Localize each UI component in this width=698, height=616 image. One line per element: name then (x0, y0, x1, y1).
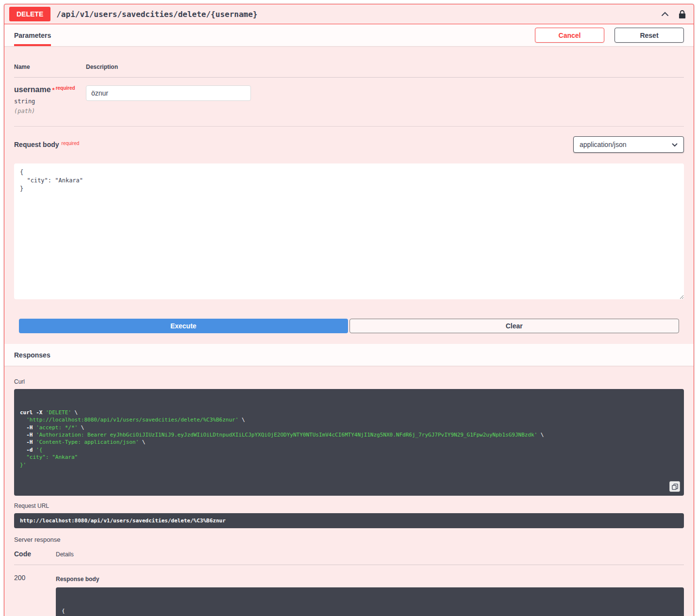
server-response-row: 200 Response body { "data": { "id": 953,… (14, 565, 684, 616)
column-header-name: Name (14, 64, 86, 70)
response-body-block: { "data": { "id": 953, "username": "öznu… (56, 587, 684, 616)
request-body-editor[interactable]: { "city": "Ankara" } (14, 163, 684, 299)
content-type-select[interactable]: application/json (573, 136, 684, 153)
lock-icon[interactable] (679, 10, 686, 19)
status-code: 200 (14, 574, 56, 616)
curl-label: Curl (14, 378, 684, 385)
request-body-required-label: required (62, 141, 80, 146)
operation-summary[interactable]: DELETE /api/v1/users/savedcities/delete/… (4, 4, 694, 24)
server-response-label: Server response (14, 536, 684, 543)
copy-to-clipboard-icon[interactable] (669, 481, 680, 492)
endpoint-path: /api/v1/users/savedcities/delete/{userna… (56, 10, 257, 19)
responses-content: Curl curl -X 'DELETE' \ 'http://localhos… (4, 366, 694, 616)
reset-button[interactable]: Reset (615, 28, 684, 43)
parameters-section-header: Parameters Cancel Reset (4, 24, 694, 46)
parameters-table: Name Description username*required strin… (4, 46, 694, 127)
parameters-table-header: Name Description (14, 56, 684, 78)
parameter-row-username: username*required string (path) (14, 78, 684, 127)
column-header-code: Code (14, 550, 56, 558)
param-type: string (14, 98, 86, 105)
request-body-label: Request body (14, 141, 59, 148)
response-body-text: { "data": { "id": 953, "username": "öznu… (62, 607, 678, 616)
response-body-label: Response body (56, 576, 684, 583)
cancel-button[interactable]: Cancel (535, 28, 604, 43)
required-label: required (56, 85, 75, 91)
server-response-table-header: Code Details (14, 543, 684, 565)
execute-row: Execute Clear (19, 319, 679, 333)
param-name: username*required (14, 85, 86, 94)
clear-button[interactable]: Clear (349, 319, 680, 333)
responses-title: Responses (14, 351, 50, 359)
column-header-details: Details (56, 551, 74, 558)
request-url-value: http://localhost:8080/api/v1/users/saved… (14, 513, 684, 528)
request-url-label: Request URL (14, 503, 684, 509)
operation-block-delete: DELETE /api/v1/users/savedcities/delete/… (4, 4, 694, 616)
responses-section-header: Responses (4, 344, 694, 366)
column-header-description: Description (86, 64, 684, 70)
chevron-down-icon (672, 141, 678, 148)
content-type-value: application/json (580, 141, 627, 148)
http-method-badge: DELETE (9, 7, 50, 21)
request-body-header: Request body required application/json (4, 127, 694, 159)
collapse-chevron-icon[interactable] (660, 9, 670, 19)
curl-command-block: curl -X 'DELETE' \ 'http://localhost:808… (14, 389, 684, 496)
curl-command-text: curl -X 'DELETE' \ 'http://localhost:808… (20, 409, 678, 469)
required-star: * (52, 86, 55, 94)
username-input[interactable] (86, 85, 251, 101)
execute-button[interactable]: Execute (19, 319, 348, 333)
param-location: (path) (14, 108, 86, 114)
tab-parameters[interactable]: Parameters (14, 24, 51, 46)
